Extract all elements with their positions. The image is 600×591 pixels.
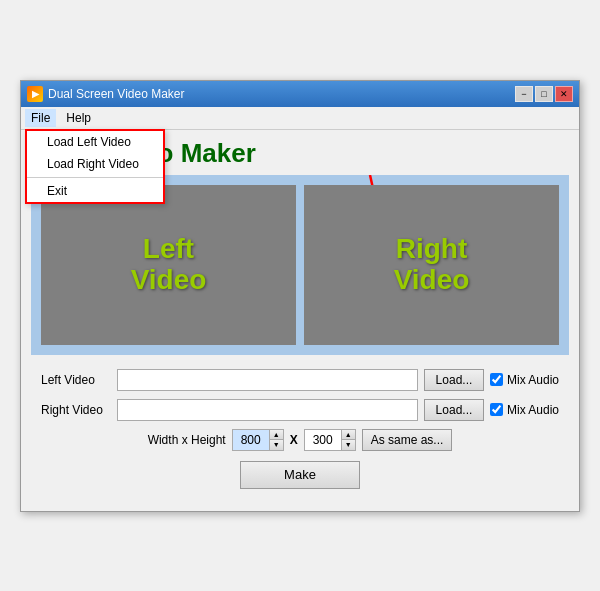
dimensions-row: Width x Height ▲ ▼ X ▲ ▼ <box>41 429 559 451</box>
same-as-button[interactable]: As same as... <box>362 429 453 451</box>
dimensions-label: Width x Height <box>148 433 226 447</box>
x-separator: X <box>290 433 298 447</box>
make-btn-row: Make <box>41 461 559 489</box>
height-input[interactable] <box>305 430 341 450</box>
minimize-button[interactable]: − <box>515 86 533 102</box>
title-bar: ▶ Dual Screen Video Maker − □ ✕ <box>21 81 579 107</box>
exit-item[interactable]: Exit <box>27 180 163 202</box>
load-left-button[interactable]: Load... <box>424 369 484 391</box>
width-down-button[interactable]: ▼ <box>269 440 283 450</box>
mix-audio-left-checkbox[interactable] <box>490 373 503 386</box>
height-spinner: ▲ ▼ <box>304 429 356 451</box>
form-section: Left Video Load... Mix Audio Right Video… <box>31 365 569 503</box>
left-video-row: Left Video Load... Mix Audio <box>41 369 559 391</box>
mix-audio-right-checkbox[interactable] <box>490 403 503 416</box>
window-title: Dual Screen Video Maker <box>48 87 185 101</box>
help-menu[interactable]: Help <box>60 109 97 127</box>
left-video-label-text: Left Video <box>41 373 111 387</box>
right-video-row: Right Video Load... Mix Audio <box>41 399 559 421</box>
height-arrows: ▲ ▼ <box>341 430 355 450</box>
file-menu[interactable]: File <box>25 109 56 127</box>
menu-bar: File Help Load Left Video Load Right Vid… <box>21 107 579 130</box>
menu-divider <box>27 177 163 178</box>
mix-audio-left-area: Mix Audio <box>490 373 559 387</box>
title-bar-left: ▶ Dual Screen Video Maker <box>27 86 185 102</box>
load-right-video-item[interactable]: Load Right Video <box>27 153 163 175</box>
left-video-input[interactable] <box>117 369 418 391</box>
mix-audio-left-label: Mix Audio <box>507 373 559 387</box>
load-right-button[interactable]: Load... <box>424 399 484 421</box>
maximize-button[interactable]: □ <box>535 86 553 102</box>
height-down-button[interactable]: ▼ <box>341 440 355 450</box>
width-spinner: ▲ ▼ <box>232 429 284 451</box>
right-video-preview: Right Video <box>304 185 559 345</box>
right-video-label: Right Video <box>394 234 470 296</box>
main-window: ▶ Dual Screen Video Maker − □ ✕ File Hel… <box>20 80 580 512</box>
make-button[interactable]: Make <box>240 461 360 489</box>
file-dropdown: Load Left Video Load Right Video Exit <box>25 129 165 204</box>
mix-audio-right-label: Mix Audio <box>507 403 559 417</box>
right-video-input[interactable] <box>117 399 418 421</box>
left-video-preview: Left Video <box>41 185 296 345</box>
left-video-label: Left Video <box>131 234 207 296</box>
right-video-label-text: Right Video <box>41 403 111 417</box>
title-buttons: − □ ✕ <box>515 86 573 102</box>
width-arrows: ▲ ▼ <box>269 430 283 450</box>
app-icon: ▶ <box>27 86 43 102</box>
close-button[interactable]: ✕ <box>555 86 573 102</box>
height-up-button[interactable]: ▲ <box>341 430 355 440</box>
width-input[interactable] <box>233 430 269 450</box>
mix-audio-right-area: Mix Audio <box>490 403 559 417</box>
width-up-button[interactable]: ▲ <box>269 430 283 440</box>
load-left-video-item[interactable]: Load Left Video <box>27 131 163 153</box>
